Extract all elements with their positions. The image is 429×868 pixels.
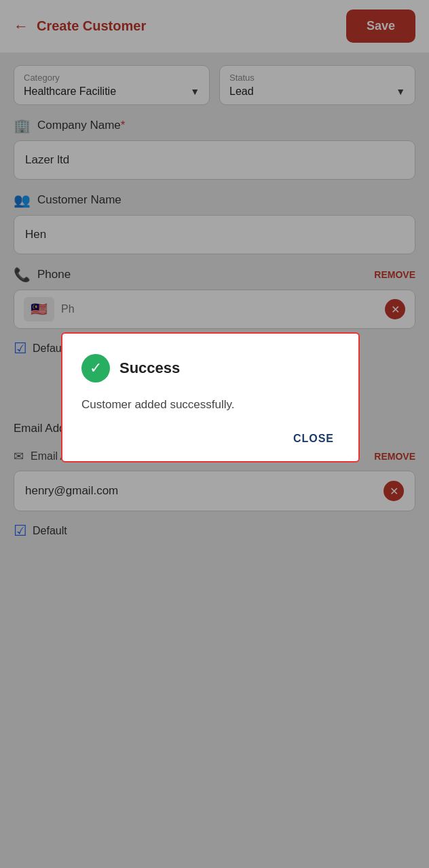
dialog-title-row: ✓ Success [81, 354, 339, 382]
dialog-title: Success [119, 359, 180, 377]
success-icon: ✓ [81, 354, 110, 382]
close-dialog-button[interactable]: CLOSE [288, 430, 339, 448]
dialog-actions: CLOSE [81, 430, 339, 448]
success-dialog: ✓ Success Customer added successfully. C… [61, 332, 360, 462]
dialog-message: Customer added successfully. [81, 396, 339, 414]
modal-overlay: ✓ Success Customer added successfully. C… [0, 0, 429, 868]
